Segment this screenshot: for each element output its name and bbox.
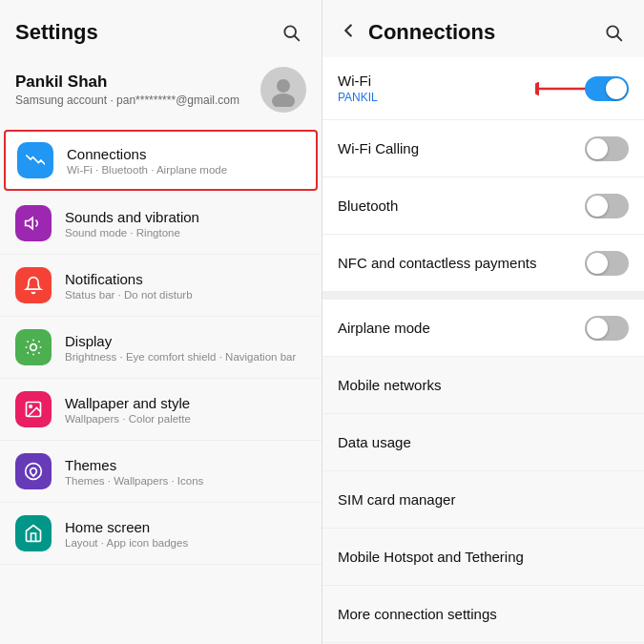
settings-item-data-usage[interactable]: Data usage [322,414,644,471]
settings-item-airplane[interactable]: Airplane mode [322,300,644,357]
wallpaper-icon [15,391,52,427]
wallpaper-title: Wallpaper and style [65,395,191,411]
wifi-calling-label-container: Wi-Fi Calling [338,140,585,156]
sounds-icon [15,205,52,241]
right-header: Connections [322,0,644,57]
svg-point-3 [272,93,295,107]
wifi-calling-main-label: Wi-Fi Calling [338,140,585,156]
nfc-label-container: NFC and contactless payments [338,255,585,271]
themes-subtitle: Themes · Wallpapers · Icons [65,475,203,487]
sidebar-item-sounds[interactable]: Sounds and vibrationSound mode · Rington… [0,193,322,255]
mobile-networks-main-label: Mobile networks [338,377,629,393]
left-panel: Settings Pankil Shah Samsung account · p… [0,0,322,644]
avatar [260,67,306,113]
bluetooth-toggle[interactable] [585,194,629,218]
bluetooth-main-label: Bluetooth [338,197,585,214]
themes-title: Themes [65,457,203,473]
more-connections-label-container: More connection settings [338,606,629,622]
settings-item-sim-card[interactable]: SIM card manager [322,471,644,529]
settings-item-nfc[interactable]: NFC and contactless payments [322,235,644,292]
nfc-toggle[interactable] [585,251,629,276]
menu-list: ConnectionsWi-Fi · Bluetooth · Airplane … [0,128,322,644]
connections-icon [17,142,53,178]
sidebar-item-wallpaper[interactable]: Wallpaper and styleWallpapers · Color pa… [0,379,322,441]
display-text: DisplayBrightness · Eye comfort shield ·… [65,333,296,363]
display-title: Display [65,333,296,349]
airplane-main-label: Airplane mode [338,320,585,336]
sidebar-item-notifications[interactable]: NotificationsStatus bar · Do not disturb [0,255,322,317]
settings-list: Wi-FiPANKIL Wi-Fi CallingBluetoothNFC an… [322,57,644,644]
right-search-button[interactable] [598,17,629,48]
home-icon [15,515,52,551]
more-connections-main-label: More connection settings [338,606,629,622]
settings-item-wifi[interactable]: Wi-FiPANKIL [322,57,644,120]
sidebar-item-home[interactable]: Home screenLayout · App icon badges [0,503,322,565]
settings-item-bluetooth[interactable]: Bluetooth [322,177,644,235]
wifi-toggle-knob [606,78,627,99]
notifications-subtitle: Status bar · Do not disturb [65,289,193,301]
bluetooth-toggle-knob [587,196,608,217]
svg-line-10 [617,36,622,41]
section-divider [322,292,644,300]
airplane-label-container: Airplane mode [338,320,585,336]
user-account: Samsung account · pan*********@gmail.com [15,93,260,107]
user-info: Pankil Shah Samsung account · pan*******… [15,73,260,107]
wifi-calling-toggle-knob [587,138,608,159]
settings-item-hotspot[interactable]: Mobile Hotspot and Tethering [322,529,644,586]
settings-title: Settings [15,20,98,45]
notifications-title: Notifications [65,271,193,287]
settings-item-mobile-networks[interactable]: Mobile networks [322,357,644,414]
svg-point-5 [31,344,37,351]
connections-subtitle: Wi-Fi · Bluetooth · Airplane mode [67,164,227,176]
left-header: Settings [0,0,322,57]
sim-card-label-container: SIM card manager [338,491,629,508]
hotspot-main-label: Mobile Hotspot and Tethering [338,549,629,565]
hotspot-label-container: Mobile Hotspot and Tethering [338,549,629,565]
wallpaper-text: Wallpaper and styleWallpapers · Color pa… [65,395,191,425]
sounds-text: Sounds and vibrationSound mode · Rington… [65,209,199,239]
nfc-main-label: NFC and contactless payments [338,255,585,271]
back-button[interactable] [338,20,359,46]
data-usage-main-label: Data usage [338,434,629,450]
data-usage-label-container: Data usage [338,434,629,450]
nfc-toggle-knob [587,253,608,274]
themes-icon [15,453,52,489]
settings-item-more-connections[interactable]: More connection settings [322,586,644,643]
notifications-text: NotificationsStatus bar · Do not disturb [65,271,193,301]
connections-text: ConnectionsWi-Fi · Bluetooth · Airplane … [67,146,227,176]
connections-title: Connections [67,146,227,162]
home-subtitle: Layout · App icon badges [65,537,188,549]
wifi-annotation-arrow [535,78,592,99]
sidebar-item-themes[interactable]: ThemesThemes · Wallpapers · Icons [0,441,322,503]
home-title: Home screen [65,519,188,535]
display-subtitle: Brightness · Eye comfort shield · Naviga… [65,351,296,363]
notifications-icon [15,267,52,303]
svg-point-2 [277,79,290,93]
svg-marker-4 [26,218,33,229]
airplane-toggle[interactable] [585,316,629,341]
bluetooth-label-container: Bluetooth [338,197,585,214]
user-name: Pankil Shah [15,73,260,92]
airplane-toggle-knob [587,318,608,339]
wifi-toggle[interactable] [585,76,629,101]
settings-item-wifi-calling[interactable]: Wi-Fi Calling [322,120,644,177]
connections-title: Connections [368,20,598,45]
themes-text: ThemesThemes · Wallpapers · Icons [65,457,203,487]
svg-line-1 [295,36,300,41]
sounds-title: Sounds and vibration [65,209,199,225]
display-icon [15,329,52,365]
sim-card-main-label: SIM card manager [338,491,629,508]
svg-point-7 [30,405,31,408]
wallpaper-subtitle: Wallpapers · Color palette [65,413,191,425]
user-section[interactable]: Pankil Shah Samsung account · pan*******… [0,57,322,128]
right-panel: Connections Wi-FiPANKIL Wi-Fi CallingBlu… [322,0,644,644]
mobile-networks-label-container: Mobile networks [338,377,629,393]
wifi-calling-toggle[interactable] [585,136,629,161]
sidebar-item-connections[interactable]: ConnectionsWi-Fi · Bluetooth · Airplane … [4,130,318,191]
sounds-subtitle: Sound mode · Ringtone [65,227,199,239]
home-text: Home screenLayout · App icon badges [65,519,188,549]
left-search-button[interactable] [276,17,306,48]
sidebar-item-display[interactable]: DisplayBrightness · Eye comfort shield ·… [0,317,322,379]
